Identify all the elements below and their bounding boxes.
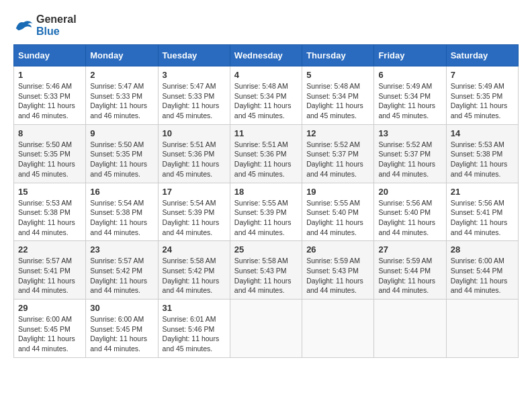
day-info: Sunrise: 5:54 AM Sunset: 5:39 PM Dayligh… [163, 198, 226, 238]
logo: General Blue [13, 13, 77, 38]
calendar-cell: 20Sunrise: 5:56 AM Sunset: 5:40 PM Dayli… [374, 183, 446, 241]
calendar-cell: 3Sunrise: 5:47 AM Sunset: 5:33 PM Daylig… [158, 66, 230, 125]
day-info: Sunrise: 5:59 AM Sunset: 5:43 PM Dayligh… [306, 256, 369, 295]
day-number: 25 [234, 244, 298, 255]
day-info: Sunrise: 5:51 AM Sunset: 5:36 PM Dayligh… [163, 140, 226, 179]
calendar-cell: 25Sunrise: 5:58 AM Sunset: 5:43 PM Dayli… [230, 241, 302, 300]
calendar-cell: 15Sunrise: 5:53 AM Sunset: 5:38 PM Dayli… [14, 183, 86, 241]
calendar-cell: 18Sunrise: 5:55 AM Sunset: 5:39 PM Dayli… [230, 183, 302, 241]
day-info: Sunrise: 5:48 AM Sunset: 5:34 PM Dayligh… [234, 81, 298, 121]
day-info: Sunrise: 5:55 AM Sunset: 5:40 PM Dayligh… [306, 198, 369, 238]
calendar-cell: 6Sunrise: 5:49 AM Sunset: 5:34 PM Daylig… [374, 66, 446, 125]
day-number: 26 [306, 244, 369, 255]
day-info: Sunrise: 5:47 AM Sunset: 5:33 PM Dayligh… [163, 81, 226, 121]
day-info: Sunrise: 5:52 AM Sunset: 5:37 PM Dayligh… [378, 140, 441, 179]
day-number: 18 [234, 187, 298, 197]
calendar-cell: 14Sunrise: 5:53 AM Sunset: 5:38 PM Dayli… [446, 124, 518, 183]
day-number: 27 [378, 244, 441, 255]
day-info: Sunrise: 5:47 AM Sunset: 5:33 PM Dayligh… [90, 81, 153, 121]
column-header-saturday: Saturday [446, 45, 518, 66]
day-info: Sunrise: 5:58 AM Sunset: 5:43 PM Dayligh… [234, 256, 298, 295]
calendar-cell: 29Sunrise: 6:00 AM Sunset: 5:45 PM Dayli… [14, 300, 86, 358]
calendar-cell: 26Sunrise: 5:59 AM Sunset: 5:43 PM Dayli… [302, 241, 374, 300]
calendar-cell: 24Sunrise: 5:58 AM Sunset: 5:42 PM Dayli… [158, 241, 230, 300]
calendar-cell: 12Sunrise: 5:52 AM Sunset: 5:37 PM Dayli… [302, 124, 374, 183]
day-number: 23 [90, 244, 153, 255]
day-number: 21 [451, 187, 514, 197]
day-number: 6 [378, 70, 441, 80]
calendar-cell: 27Sunrise: 5:59 AM Sunset: 5:44 PM Dayli… [374, 241, 446, 300]
day-info: Sunrise: 5:53 AM Sunset: 5:38 PM Dayligh… [451, 140, 514, 179]
calendar-cell: 8Sunrise: 5:50 AM Sunset: 5:35 PM Daylig… [14, 124, 86, 183]
day-number: 20 [378, 187, 441, 197]
day-number: 22 [18, 244, 81, 255]
calendar-cell: 21Sunrise: 5:56 AM Sunset: 5:41 PM Dayli… [446, 183, 518, 241]
day-number: 10 [163, 128, 226, 138]
column-header-monday: Monday [86, 45, 158, 66]
day-number: 14 [451, 128, 514, 138]
calendar-cell: 4Sunrise: 5:48 AM Sunset: 5:34 PM Daylig… [230, 66, 302, 125]
calendar-week-row: 1Sunrise: 5:46 AM Sunset: 5:33 PM Daylig… [14, 66, 519, 125]
day-number: 13 [378, 128, 441, 138]
day-info: Sunrise: 5:52 AM Sunset: 5:37 PM Dayligh… [306, 140, 369, 179]
day-number: 2 [90, 70, 153, 80]
day-number: 7 [451, 70, 514, 80]
calendar-cell: 16Sunrise: 5:54 AM Sunset: 5:38 PM Dayli… [86, 183, 158, 241]
day-number: 1 [18, 70, 81, 80]
day-info: Sunrise: 6:01 AM Sunset: 5:46 PM Dayligh… [163, 314, 226, 354]
day-number: 5 [306, 70, 369, 80]
day-info: Sunrise: 5:54 AM Sunset: 5:38 PM Dayligh… [90, 198, 153, 238]
calendar-cell: 22Sunrise: 5:57 AM Sunset: 5:41 PM Dayli… [14, 241, 86, 300]
day-number: 19 [306, 187, 369, 197]
day-number: 15 [18, 187, 81, 197]
calendar-cell: 30Sunrise: 6:00 AM Sunset: 5:45 PM Dayli… [86, 300, 158, 358]
day-info: Sunrise: 5:58 AM Sunset: 5:42 PM Dayligh… [163, 256, 226, 295]
day-number: 12 [306, 128, 369, 138]
page-header: General Blue [13, 13, 519, 38]
calendar-cell [230, 300, 302, 358]
day-info: Sunrise: 6:00 AM Sunset: 5:44 PM Dayligh… [451, 256, 514, 295]
day-number: 9 [90, 128, 153, 138]
day-info: Sunrise: 5:53 AM Sunset: 5:38 PM Dayligh… [18, 198, 81, 238]
day-info: Sunrise: 5:50 AM Sunset: 5:35 PM Dayligh… [90, 140, 153, 179]
calendar-table: SundayMondayTuesdayWednesdayThursdayFrid… [13, 44, 519, 358]
calendar-cell: 17Sunrise: 5:54 AM Sunset: 5:39 PM Dayli… [158, 183, 230, 241]
column-header-tuesday: Tuesday [158, 45, 230, 66]
day-number: 8 [18, 128, 81, 138]
calendar-week-row: 22Sunrise: 5:57 AM Sunset: 5:41 PM Dayli… [14, 241, 519, 300]
logo-icon [13, 17, 34, 34]
day-info: Sunrise: 6:00 AM Sunset: 5:45 PM Dayligh… [18, 314, 81, 354]
calendar-cell: 2Sunrise: 5:47 AM Sunset: 5:33 PM Daylig… [86, 66, 158, 125]
calendar-header-row: SundayMondayTuesdayWednesdayThursdayFrid… [14, 45, 519, 66]
day-number: 30 [90, 303, 153, 313]
calendar-cell: 5Sunrise: 5:48 AM Sunset: 5:34 PM Daylig… [302, 66, 374, 125]
calendar-cell: 1Sunrise: 5:46 AM Sunset: 5:33 PM Daylig… [14, 66, 86, 125]
day-info: Sunrise: 5:56 AM Sunset: 5:41 PM Dayligh… [451, 198, 514, 238]
day-number: 31 [163, 303, 226, 313]
column-header-thursday: Thursday [302, 45, 374, 66]
calendar-cell: 23Sunrise: 5:57 AM Sunset: 5:42 PM Dayli… [86, 241, 158, 300]
calendar-cell: 11Sunrise: 5:51 AM Sunset: 5:36 PM Dayli… [230, 124, 302, 183]
day-info: Sunrise: 5:57 AM Sunset: 5:41 PM Dayligh… [18, 256, 81, 295]
column-header-friday: Friday [374, 45, 446, 66]
calendar-cell [374, 300, 446, 358]
calendar-cell [446, 300, 518, 358]
day-number: 4 [234, 70, 298, 80]
calendar-cell [302, 300, 374, 358]
day-info: Sunrise: 5:48 AM Sunset: 5:34 PM Dayligh… [306, 81, 369, 121]
day-number: 24 [163, 244, 226, 255]
day-number: 28 [451, 244, 514, 255]
day-info: Sunrise: 5:59 AM Sunset: 5:44 PM Dayligh… [378, 256, 441, 295]
calendar-week-row: 15Sunrise: 5:53 AM Sunset: 5:38 PM Dayli… [14, 183, 519, 241]
calendar-cell: 9Sunrise: 5:50 AM Sunset: 5:35 PM Daylig… [86, 124, 158, 183]
day-info: Sunrise: 5:56 AM Sunset: 5:40 PM Dayligh… [378, 198, 441, 238]
day-number: 11 [234, 128, 298, 138]
day-info: Sunrise: 5:50 AM Sunset: 5:35 PM Dayligh… [18, 140, 81, 179]
day-info: Sunrise: 5:46 AM Sunset: 5:33 PM Dayligh… [18, 81, 81, 121]
day-number: 3 [163, 70, 226, 80]
calendar-cell: 19Sunrise: 5:55 AM Sunset: 5:40 PM Dayli… [302, 183, 374, 241]
calendar-week-row: 8Sunrise: 5:50 AM Sunset: 5:35 PM Daylig… [14, 124, 519, 183]
day-info: Sunrise: 5:55 AM Sunset: 5:39 PM Dayligh… [234, 198, 298, 238]
calendar-week-row: 29Sunrise: 6:00 AM Sunset: 5:45 PM Dayli… [14, 300, 519, 358]
calendar-cell: 7Sunrise: 5:49 AM Sunset: 5:35 PM Daylig… [446, 66, 518, 125]
